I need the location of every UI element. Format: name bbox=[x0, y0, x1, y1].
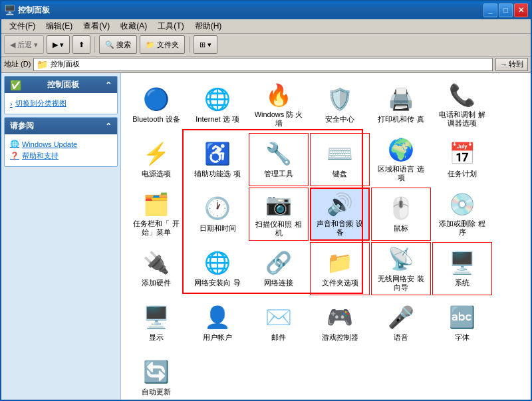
icon-item-addhardware[interactable]: 🔌添加硬件 bbox=[126, 242, 186, 295]
menu-view[interactable]: 查看(V) bbox=[78, 19, 115, 33]
sa-section-chevron: ⌃ bbox=[105, 122, 112, 131]
sidebar-link-windows-update[interactable]: 🌐 Windows Update bbox=[10, 138, 112, 150]
icon-item-region[interactable]: 🌍区域和语言 选项 bbox=[371, 133, 431, 186]
toolbar-separator bbox=[94, 37, 95, 53]
sidebar: ✅ 控制面板 ⌃ › 切换到分类视图 请参阅 ⌃ bbox=[1, 73, 121, 400]
icon-image-power: ⚡ bbox=[143, 140, 170, 167]
icon-image-tasks: 📅 bbox=[449, 140, 475, 167]
icon-item-mouse[interactable]: 🖱️鼠标 bbox=[371, 188, 431, 241]
search-button[interactable]: 🔍 搜索 bbox=[99, 35, 137, 54]
menu-edit[interactable]: 编辑(E) bbox=[41, 19, 78, 33]
windows-update-label: Windows Update bbox=[22, 140, 77, 148]
search-label: 搜索 bbox=[116, 40, 131, 50]
forward-button[interactable]: ▶ ▾ bbox=[47, 35, 70, 54]
cp-section-title: 控制面板 bbox=[47, 79, 79, 90]
toolbar: ◀ 后退 ▾ ▶ ▾ ⬆ 🔍 搜索 📁 文件夹 ⊞ ▾ bbox=[1, 34, 531, 57]
view-icon: ⊞ bbox=[200, 41, 205, 49]
icon-label-addremove: 添加或删除 程序 bbox=[436, 219, 488, 237]
icon-image-security: 🛡️ bbox=[327, 86, 353, 112]
icon-item-netsetup[interactable]: 🌐网络安装向 导 bbox=[188, 242, 247, 295]
window-controls: _ □ ✕ bbox=[483, 3, 528, 17]
icon-item-scanner[interactable]: 📷扫描仪和照 相机 bbox=[249, 188, 309, 241]
icon-item-accessibility[interactable]: ♿辅助功能选 项 bbox=[188, 133, 247, 186]
icon-image-accessibility: ♿ bbox=[204, 140, 231, 167]
up-button[interactable]: ⬆ bbox=[72, 35, 90, 54]
icon-image-display: 🖥️ bbox=[143, 304, 170, 331]
icon-item-display[interactable]: 🖥️显示 bbox=[126, 297, 186, 350]
icon-item-admin[interactable]: 🔧管理工具 bbox=[249, 133, 309, 186]
icon-item-bluetooth[interactable]: 🔵Bluetooth 设备 bbox=[126, 78, 186, 132]
close-button[interactable]: ✕ bbox=[514, 3, 528, 17]
icon-item-wireless[interactable]: 📡无线网络安 装向导 bbox=[371, 242, 431, 295]
sidebar-link-help-support[interactable]: ❓ 帮助和支持 bbox=[10, 150, 112, 162]
icon-item-fonts[interactable]: 🔤字体 bbox=[432, 297, 492, 350]
icon-label-mail: 邮件 bbox=[271, 333, 286, 342]
icon-label-speech: 语音 bbox=[394, 333, 408, 342]
menu-favorites[interactable]: 收藏(A) bbox=[115, 19, 152, 33]
icon-image-bluetooth: 🔵 bbox=[143, 86, 170, 112]
sidebar-sa-content: 🌐 Windows Update ❓ 帮助和支持 bbox=[5, 134, 117, 166]
icon-item-datetime[interactable]: 🕐日期和时间 bbox=[188, 188, 247, 241]
icon-image-printer: 🖨️ bbox=[388, 86, 414, 112]
menu-tools[interactable]: 工具(T) bbox=[152, 19, 189, 33]
icon-label-accessibility: 辅助功能选 项 bbox=[194, 170, 240, 178]
icon-item-tasks[interactable]: 📅任务计划 bbox=[432, 133, 492, 186]
icon-label-game: 游戏控制器 bbox=[322, 333, 358, 342]
maximize-button[interactable]: □ bbox=[499, 3, 513, 17]
link-arrow-icon: › bbox=[10, 100, 13, 108]
icon-label-addhardware: 添加硬件 bbox=[142, 279, 171, 287]
icon-item-phone[interactable]: 📞电话和调制 解调器选项 bbox=[432, 78, 492, 132]
sidebar-link-category-view[interactable]: › 切换到分类视图 bbox=[10, 97, 112, 110]
go-button[interactable]: → 转到 bbox=[495, 58, 528, 71]
icon-item-mail[interactable]: ✉️邮件 bbox=[249, 297, 309, 350]
icon-item-security[interactable]: 🛡️安全中心 bbox=[310, 78, 370, 132]
icon-item-keyboard[interactable]: ⌨️键盘 bbox=[310, 133, 370, 186]
address-input-container[interactable]: 📁 控制面板 bbox=[33, 58, 493, 71]
icon-item-netconn[interactable]: 🔗网络连接 bbox=[249, 242, 309, 295]
window: 🖥️ 控制面板 _ □ ✕ 文件(F) 编辑(E) 查看(V) 收藏(A) 工具… bbox=[0, 0, 532, 401]
folders-label: 文件夹 bbox=[157, 40, 179, 50]
icon-item-system[interactable]: 🖥️系统 bbox=[432, 242, 492, 295]
menu-help[interactable]: 帮助(H) bbox=[190, 19, 227, 33]
icon-item-users[interactable]: 👤用户帐户 bbox=[188, 297, 247, 350]
cp-section-icon: ✅ bbox=[10, 80, 21, 90]
icon-item-sound[interactable]: 🔊声音和音频 设备 bbox=[310, 188, 370, 241]
icon-label-internet: Internet 选 项 bbox=[196, 115, 239, 124]
icon-item-folder[interactable]: 📁文件夹选项 bbox=[310, 242, 370, 295]
icon-item-addremove[interactable]: 💿添加或删除 程序 bbox=[432, 188, 492, 241]
menu-file[interactable]: 文件(F) bbox=[4, 19, 41, 33]
sidebar-section-header-sa[interactable]: 请参阅 ⌃ bbox=[5, 118, 117, 134]
icon-item-taskbar[interactable]: 🗂️任务栏和「 开始」菜单 bbox=[126, 188, 186, 241]
icon-item-firewall[interactable]: 🔥Windows 防 火墙 bbox=[249, 78, 309, 132]
icon-image-mail: ✉️ bbox=[265, 304, 292, 331]
icon-image-phone: 📞 bbox=[449, 82, 475, 108]
icon-item-internet[interactable]: 🌐Internet 选 项 bbox=[188, 78, 247, 132]
icon-label-region: 区域和语言 选项 bbox=[375, 165, 427, 182]
icon-image-keyboard: ⌨️ bbox=[327, 140, 353, 167]
icon-item-speech[interactable]: 🎤语音 bbox=[371, 297, 431, 350]
icon-image-internet: 🌐 bbox=[204, 86, 231, 112]
icon-image-datetime: 🕐 bbox=[204, 195, 231, 221]
icon-label-autoupdate: 自动更新 bbox=[142, 388, 171, 396]
title-bar: 🖥️ 控制面板 _ □ ✕ bbox=[1, 1, 531, 19]
icon-image-addremove: 💿 bbox=[449, 192, 475, 217]
content-area: 🔵Bluetooth 设备🌐Internet 选 项🔥Windows 防 火墙🛡… bbox=[121, 73, 531, 400]
icon-label-tasks: 任务计划 bbox=[448, 170, 477, 178]
sidebar-section-header-cp[interactable]: ✅ 控制面板 ⌃ bbox=[5, 76, 117, 93]
icon-label-users: 用户帐户 bbox=[203, 333, 232, 342]
icon-item-power[interactable]: ⚡电源选项 bbox=[126, 133, 186, 186]
icon-item-autoupdate[interactable]: 🔄自动更新 bbox=[126, 351, 186, 400]
icon-image-folder: 📁 bbox=[327, 249, 353, 276]
view-button[interactable]: ⊞ ▾ bbox=[194, 35, 217, 54]
icon-label-fonts: 字体 bbox=[455, 333, 469, 342]
minimize-button[interactable]: _ bbox=[483, 3, 497, 17]
cp-section-chevron: ⌃ bbox=[105, 80, 112, 90]
search-icon: 🔍 bbox=[105, 41, 114, 49]
icon-item-game[interactable]: 🎮游戏控制器 bbox=[310, 297, 370, 350]
dropdown-arrow-icon2: ▾ bbox=[60, 41, 64, 49]
back-button[interactable]: ◀ 后退 ▾ bbox=[4, 35, 44, 54]
title-icon: 🖥️ bbox=[4, 5, 15, 15]
icon-image-fonts: 🔤 bbox=[449, 304, 475, 331]
icon-item-printer[interactable]: 🖨️打印机和传 真 bbox=[371, 78, 431, 132]
folders-button[interactable]: 📁 文件夹 bbox=[140, 35, 185, 54]
